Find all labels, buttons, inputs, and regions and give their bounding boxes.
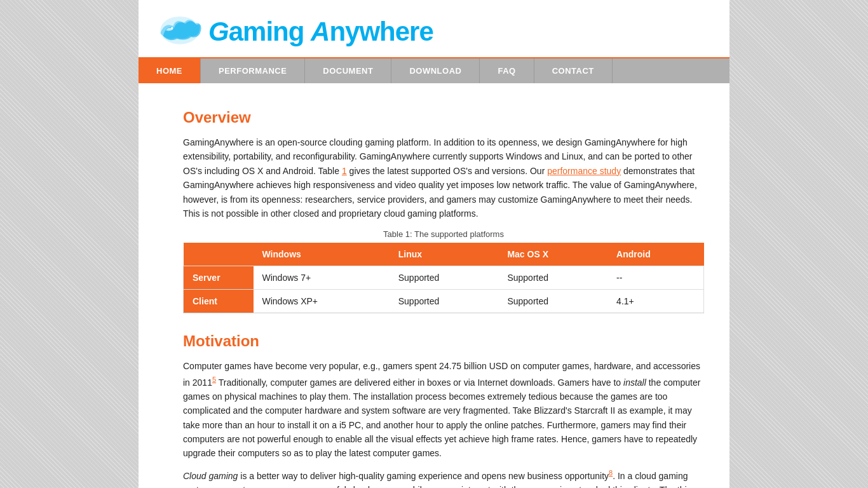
logo-container: Gaming Anywhere	[158, 13, 710, 51]
motivation-paragraph2: Cloud gaming is a better way to deliver …	[183, 467, 704, 488]
nav-home[interactable]: HOME	[139, 58, 201, 83]
client-label: Client	[184, 290, 254, 313]
client-android: 4.1+	[607, 290, 703, 313]
table-row-client: Client Windows XP+ Supported Supported 4…	[184, 290, 704, 313]
server-windows: Windows 7+	[254, 266, 390, 290]
client-macosx: Supported	[498, 290, 607, 313]
nav-faq[interactable]: FAQ	[480, 58, 534, 83]
performance-study-link[interactable]: performance study	[547, 166, 621, 176]
nav-contact[interactable]: CONTACT	[534, 58, 613, 83]
table-ref-link[interactable]: 1	[342, 166, 347, 176]
platforms-table: Windows Linux Mac OS X Android Server Wi…	[183, 243, 704, 313]
server-android: --	[607, 266, 703, 290]
server-linux: Supported	[390, 266, 499, 290]
logo-icon	[158, 13, 202, 51]
svg-point-1	[171, 27, 173, 30]
table-caption: Table 1: The supported platforms	[183, 229, 704, 239]
motivation-title: Motivation	[183, 332, 704, 350]
logo-text: Gaming Anywhere	[208, 17, 433, 46]
table-header-linux: Linux	[390, 243, 499, 266]
overview-title: Overview	[183, 109, 704, 126]
table-header-android: Android	[607, 243, 703, 266]
footnote8-link[interactable]: 8	[609, 469, 613, 477]
logo-text-container: Gaming Anywhere	[208, 17, 433, 47]
client-linux: Supported	[390, 290, 499, 313]
client-windows: Windows XP+	[254, 290, 390, 313]
server-label: Server	[184, 266, 254, 290]
nav-download[interactable]: DOWNLOAD	[391, 58, 480, 83]
navbar: HOME PERFORMANCE DOCUMENT DOWNLOAD FAQ C…	[139, 58, 729, 83]
footnote5-link[interactable]: 5	[212, 376, 216, 383]
table-header-macosx: Mac OS X	[498, 243, 607, 266]
server-macosx: Supported	[498, 266, 607, 290]
header: Gaming Anywhere	[139, 0, 729, 58]
table-row-server: Server Windows 7+ Supported Supported --	[184, 266, 704, 290]
overview-paragraph: GamingAnywhere is an open-source cloudin…	[183, 135, 704, 220]
content: Overview GamingAnywhere is an open-sourc…	[139, 83, 729, 488]
table-header-windows: Windows	[254, 243, 390, 266]
motivation-paragraph1: Computer games have become very popular,…	[183, 359, 704, 460]
table-header-empty	[184, 243, 254, 266]
nav-document[interactable]: DOCUMENT	[305, 58, 391, 83]
nav-performance[interactable]: PERFORMANCE	[201, 58, 305, 83]
